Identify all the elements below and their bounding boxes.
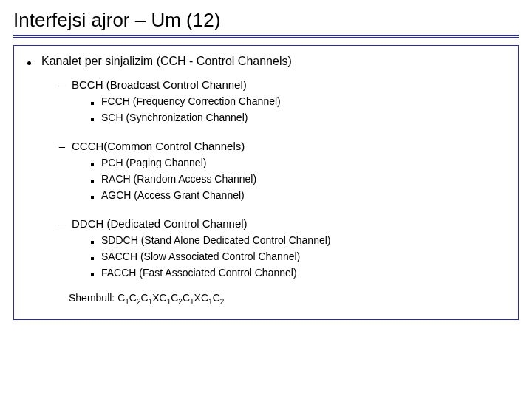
item-text: FACCH (Fast Associated Control Channel) <box>101 267 297 279</box>
item-row: AGCH (Access Grant Channel) <box>91 189 515 201</box>
section-title: BCCH (Broadcast Control Channel) <box>72 78 247 91</box>
item-text: PCH (Paging Channel) <box>101 157 206 168</box>
item-row: SDDCH (Stand Alone Dedicated Control Cha… <box>91 234 515 246</box>
section-row: – DDCH (Dedicated Control Channel) <box>58 217 515 230</box>
mini-bullet-icon <box>91 257 94 260</box>
dash-icon: – <box>58 140 66 152</box>
mini-bullet-icon <box>91 273 94 276</box>
content-box: Kanalet per sinjalizim (CCH - Control Ch… <box>13 45 519 320</box>
mini-bullet-icon <box>91 163 94 166</box>
dash-icon: – <box>58 217 66 230</box>
heading-row: Kanalet per sinjalizim (CCH - Control Ch… <box>27 55 515 68</box>
example-row: Shembull: C1C2C1XC1C2C1XC1C2 <box>69 292 515 306</box>
item-row: FCCH (Frequency Correction Channel) <box>91 95 515 107</box>
item-row: SCH (Synchronization Channel) <box>91 112 515 123</box>
section-row: – BCCH (Broadcast Control Channel) <box>58 78 515 91</box>
section-title: DDCH (Dedicated Control Channel) <box>72 217 248 230</box>
item-text: SACCH (Slow Associated Control Channel) <box>101 250 300 262</box>
mini-bullet-icon <box>91 180 94 183</box>
item-text: SCH (Synchronization Channel) <box>101 112 248 123</box>
mini-bullet-icon <box>91 118 94 121</box>
item-text: AGCH (Access Grant Channel) <box>101 189 245 201</box>
bullet-icon <box>27 61 31 65</box>
page-title: Interfejsi ajror – Um (12) <box>13 9 519 32</box>
item-row: SACCH (Slow Associated Control Channel) <box>91 250 515 262</box>
example-sequence: C1C2C1XC1C2C1XC1C2 <box>117 292 224 304</box>
item-text: FCCH (Frequency Correction Channel) <box>101 95 281 107</box>
mini-bullet-icon <box>91 196 94 199</box>
title-divider <box>13 35 519 38</box>
item-text: SDDCH (Stand Alone Dedicated Control Cha… <box>101 234 331 246</box>
mini-bullet-icon <box>91 241 94 244</box>
item-text: RACH (Random Access Channel) <box>101 173 256 185</box>
item-row: RACH (Random Access Channel) <box>91 173 515 185</box>
item-row: PCH (Paging Channel) <box>91 157 515 168</box>
section-title: CCCH(Common Control Channels) <box>72 140 245 152</box>
item-row: FACCH (Fast Associated Control Channel) <box>91 267 515 279</box>
mini-bullet-icon <box>91 102 94 105</box>
heading-text: Kanalet per sinjalizim (CCH - Control Ch… <box>41 55 292 68</box>
section-row: – CCCH(Common Control Channels) <box>58 140 515 152</box>
example-label: Shembull: <box>69 292 117 304</box>
dash-icon: – <box>58 78 66 91</box>
